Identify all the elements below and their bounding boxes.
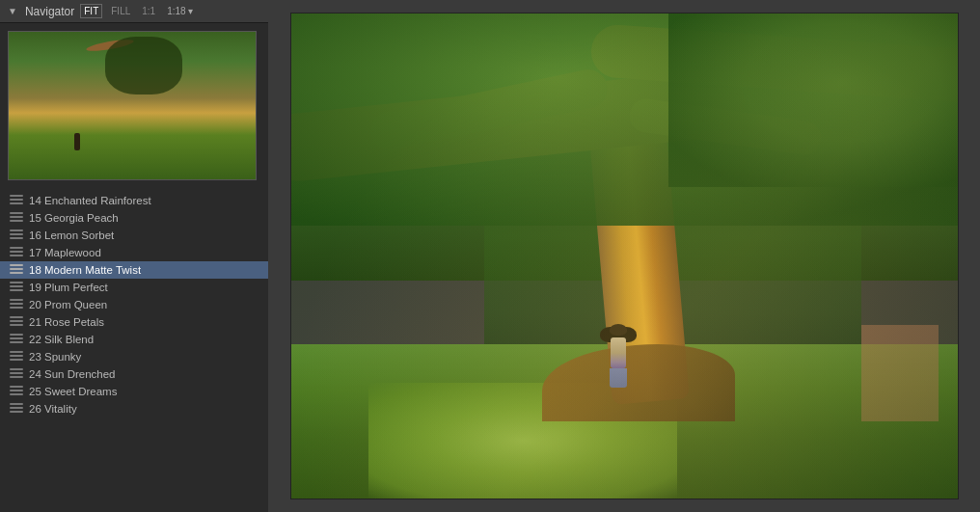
preset-grid-icon — [10, 386, 23, 397]
preset-grid-icon — [10, 195, 23, 206]
navigator-thumbnail[interactable] — [8, 31, 257, 180]
preset-grid-icon — [10, 351, 23, 363]
left-panel: ▼ Navigator FIT FILL 1:1 1:18 ▾ 14 Encha… — [0, 0, 268, 512]
preset-grid-icon — [10, 368, 23, 380]
preset-item-18[interactable]: 18 Modern Matte Twist — [0, 261, 268, 279]
1to1-button[interactable]: 1:1 — [139, 5, 158, 17]
preset-item-17[interactable]: 17 Maplewood — [0, 244, 268, 261]
preset-item-23[interactable]: 23 Spunky — [0, 348, 268, 365]
preset-label: 21 Rose Petals — [29, 316, 104, 328]
zoom-ratio-button[interactable]: 1:18 ▾ — [164, 5, 196, 17]
preset-grid-icon — [10, 403, 23, 415]
preset-label: 15 Georgia Peach — [29, 212, 119, 224]
preset-label: 26 Vitality — [29, 403, 77, 415]
preset-label: 22 Silk Blend — [29, 334, 94, 345]
preset-list: 14 Enchanted Rainforest15 Georgia Peach1… — [0, 188, 268, 512]
navigator-collapse-icon[interactable]: ▼ — [8, 6, 17, 16]
preset-grid-icon — [10, 229, 23, 241]
preset-item-22[interactable]: 22 Silk Blend — [0, 331, 268, 348]
preset-grid-icon — [10, 316, 23, 328]
fill-button[interactable]: FILL — [108, 5, 133, 17]
preset-label: 19 Plum Perfect — [29, 282, 108, 293]
photo-display — [290, 13, 959, 499]
preset-label: 18 Modern Matte Twist — [29, 264, 141, 276]
preset-grid-icon — [10, 299, 23, 310]
preset-label: 23 Spunky — [29, 351, 81, 363]
fit-button[interactable]: FIT — [80, 4, 102, 18]
preset-label: 24 Sun Drenched — [29, 368, 116, 380]
preset-label: 14 Enchanted Rainforest — [29, 195, 151, 206]
preset-grid-icon — [10, 282, 23, 293]
color-grade-overlay — [291, 13, 958, 499]
preset-item-26[interactable]: 26 Vitality — [0, 400, 268, 418]
preset-grid-icon — [10, 212, 23, 224]
preset-label: 20 Prom Queen — [29, 299, 107, 310]
preset-item-20[interactable]: 20 Prom Queen — [0, 296, 268, 313]
main-content — [268, 0, 980, 512]
preset-item-15[interactable]: 15 Georgia Peach — [0, 209, 268, 227]
preset-grid-icon — [10, 334, 23, 345]
preset-item-21[interactable]: 21 Rose Petals — [0, 313, 268, 331]
preset-label: 16 Lemon Sorbet — [29, 229, 114, 241]
thumbnail-container — [0, 23, 268, 188]
preset-item-16[interactable]: 16 Lemon Sorbet — [0, 227, 268, 244]
preset-item-25[interactable]: 25 Sweet Dreams — [0, 383, 268, 400]
preset-label: 25 Sweet Dreams — [29, 386, 117, 397]
preset-item-24[interactable]: 24 Sun Drenched — [0, 365, 268, 383]
preset-label: 17 Maplewood — [29, 247, 101, 258]
preset-item-14[interactable]: 14 Enchanted Rainforest — [0, 192, 268, 209]
navigator-title: Navigator — [25, 5, 74, 18]
preset-grid-icon — [10, 264, 23, 276]
navigator-header: ▼ Navigator FIT FILL 1:1 1:18 ▾ — [0, 0, 268, 23]
preset-grid-icon — [10, 247, 23, 258]
preset-item-19[interactable]: 19 Plum Perfect — [0, 279, 268, 296]
